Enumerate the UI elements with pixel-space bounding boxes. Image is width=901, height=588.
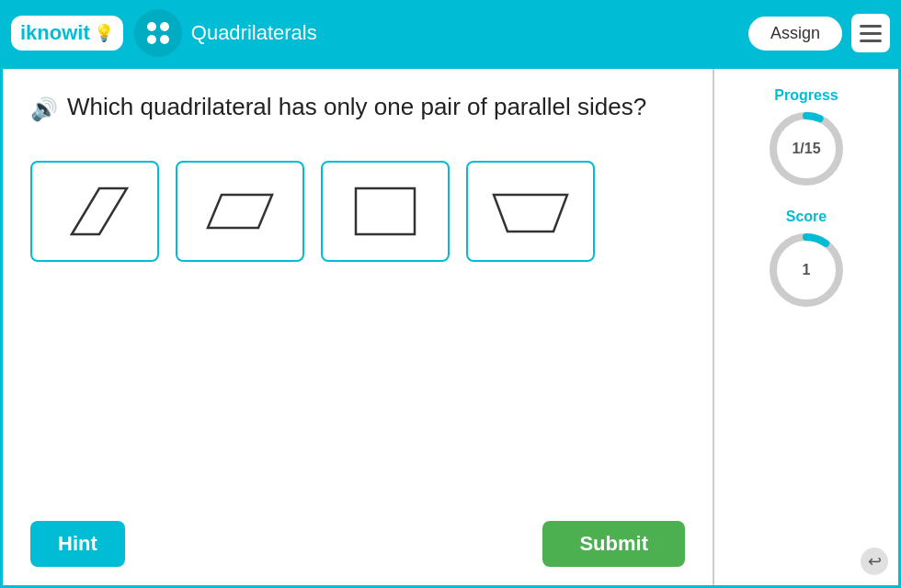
shape-option-3[interactable] [321, 161, 450, 262]
header-actions: Assign [748, 14, 890, 52]
logo: iknowit 💡 [11, 16, 123, 51]
shape-svg-3 [339, 175, 431, 248]
back-icon[interactable]: ↩ [861, 548, 888, 575]
submit-button[interactable]: Submit [542, 521, 685, 567]
progress-ring: 1/15 [765, 107, 848, 190]
topic-icon [134, 9, 182, 57]
svg-rect-2 [356, 188, 415, 234]
question-text: 🔊 Which quadrilateral has only one pair … [30, 91, 685, 124]
question-area: 🔊 Which quadrilateral has only one pair … [3, 69, 713, 585]
bottom-bar: Hint Submit [30, 521, 685, 567]
svg-marker-0 [72, 188, 127, 234]
shape-svg-4 [485, 175, 576, 248]
shape-svg-2 [194, 175, 286, 248]
menu-button[interactable] [851, 14, 890, 52]
topic-title: Quadrilaterals [191, 21, 317, 45]
shape-svg-1 [49, 175, 141, 248]
shape-options [30, 161, 685, 262]
shape-option-2[interactable] [176, 161, 304, 262]
svg-marker-1 [208, 195, 272, 228]
question-content: Which quadrilateral has only one pair of… [67, 91, 646, 123]
shape-option-4[interactable] [466, 161, 595, 262]
shape-option-1[interactable] [30, 161, 159, 262]
header: iknowit 💡 Quadrilaterals Assign [0, 0, 901, 66]
score-ring: 1 [765, 229, 848, 311]
logo-text: iknowit [20, 21, 90, 45]
progress-value: 1/15 [792, 141, 820, 157]
sidebar: Progress 1/15 Score 1 [714, 69, 898, 585]
score-section: Score 1 [765, 209, 848, 311]
speaker-icon[interactable]: 🔊 [30, 95, 58, 124]
progress-label: Progress [774, 87, 838, 104]
assign-button[interactable]: Assign [748, 17, 842, 51]
score-label: Score [786, 209, 827, 225]
bulb-icon: 💡 [94, 23, 114, 43]
score-value: 1 [803, 262, 811, 278]
main-layout: 🔊 Which quadrilateral has only one pair … [0, 66, 901, 588]
svg-marker-3 [494, 195, 567, 232]
dots-icon [147, 22, 169, 44]
hint-button[interactable]: Hint [30, 521, 125, 567]
progress-section: Progress 1/15 [765, 87, 848, 190]
